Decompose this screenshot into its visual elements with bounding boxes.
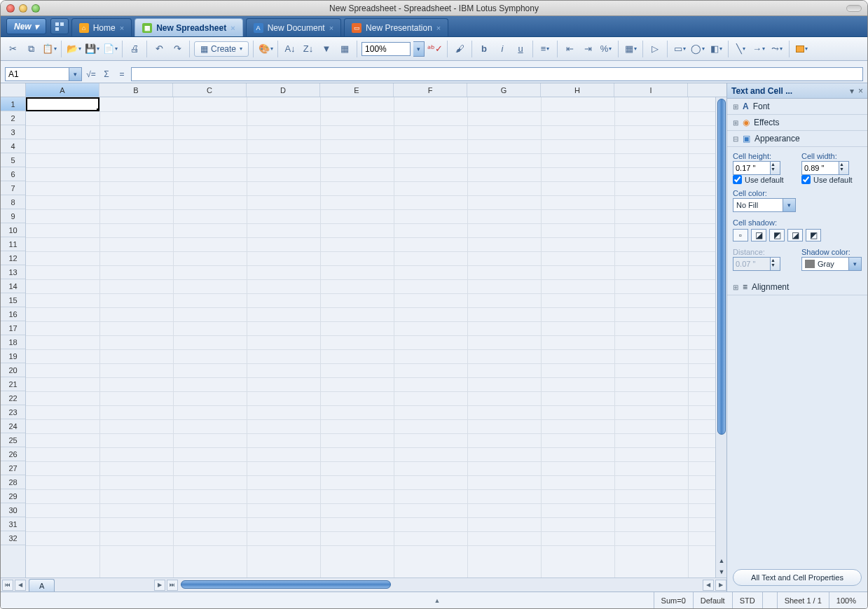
column-header[interactable]: D — [247, 83, 320, 97]
cut-button[interactable]: ✂ — [5, 41, 20, 57]
italic-button[interactable]: i — [495, 41, 510, 57]
export-button[interactable]: 📄▾ — [102, 41, 118, 57]
row-header[interactable]: 2 — [1, 111, 25, 125]
row-header[interactable]: 7 — [1, 181, 25, 195]
status-style[interactable]: Default — [693, 592, 732, 608]
row-header[interactable]: 30 — [1, 503, 25, 517]
sort-desc-button[interactable]: Z↓ — [301, 41, 316, 57]
row-header[interactable]: 28 — [1, 475, 25, 489]
shadow-color-select[interactable]: Gray ▾ — [801, 257, 862, 271]
row-header[interactable]: 21 — [1, 377, 25, 391]
section-font[interactable]: ⊞ A Font — [727, 99, 867, 115]
status-zoom[interactable]: 100% — [829, 592, 863, 608]
indent-left-button[interactable]: ⇤ — [562, 41, 577, 57]
all-properties-button[interactable]: All Text and Cell Properties — [733, 569, 862, 586]
equals-button[interactable]: = — [116, 68, 128, 80]
row-header[interactable]: 13 — [1, 265, 25, 279]
row-header[interactable]: 19 — [1, 349, 25, 363]
open-button[interactable]: 📂▾ — [66, 41, 81, 57]
scroll-right-arrow-icon[interactable]: ▶ — [715, 580, 726, 591]
line-tool-button[interactable]: ╲▾ — [733, 41, 748, 57]
cell-width-input[interactable] — [801, 161, 839, 175]
vertical-scrollbar[interactable]: ▲ ▼ — [715, 97, 726, 578]
horizontal-scrollbar[interactable] — [181, 580, 698, 590]
section-effects[interactable]: ⊞ ◉ Effects — [727, 115, 867, 131]
sum-button[interactable]: Σ — [100, 68, 113, 80]
cell-reference-box[interactable]: A1 ▾ — [5, 67, 82, 81]
row-header[interactable]: 1 — [1, 97, 25, 111]
bold-button[interactable]: b — [476, 41, 492, 57]
percent-button[interactable]: %▾ — [598, 41, 614, 57]
arrow-tool-button[interactable]: →▾ — [751, 41, 766, 57]
row-header[interactable]: 12 — [1, 251, 25, 265]
row-header[interactable]: 27 — [1, 461, 25, 475]
undo-button[interactable]: ↶ — [151, 41, 167, 57]
last-sheet-button[interactable]: ⏭ — [167, 580, 178, 591]
connector-tool-button[interactable]: ⤳▾ — [769, 41, 785, 57]
zoom-dropdown[interactable]: ▾ — [413, 41, 425, 57]
close-icon[interactable]: × — [230, 24, 235, 32]
scrollbar-thumb[interactable] — [717, 99, 726, 435]
row-header[interactable]: 9 — [1, 209, 25, 223]
row-header[interactable]: 11 — [1, 237, 25, 251]
freeze-button[interactable]: ▦ — [337, 41, 352, 57]
scrollbar-thumb[interactable] — [181, 580, 391, 589]
column-header[interactable]: F — [394, 83, 467, 97]
redo-button[interactable]: ↷ — [170, 41, 185, 57]
column-header[interactable]: C — [173, 83, 247, 97]
close-icon[interactable]: × — [120, 24, 124, 32]
borders-button[interactable]: ▦▾ — [623, 41, 638, 57]
toolbar-toggle-pill[interactable] — [846, 5, 862, 12]
rect-tool-button[interactable]: ▭▾ — [672, 41, 687, 57]
underline-button[interactable]: u — [513, 41, 528, 57]
chart-style-button[interactable]: 🎨▾ — [258, 41, 273, 57]
row-header[interactable]: 15 — [1, 293, 25, 307]
create-button[interactable]: ▦ Create ▾ — [194, 41, 249, 57]
cell-height-spinner[interactable]: ▲▼ — [771, 161, 780, 175]
zoom-input[interactable] — [361, 42, 411, 56]
row-header[interactable]: 29 — [1, 489, 25, 503]
cell-color-select[interactable]: No Fill ▾ — [733, 198, 796, 212]
cell-width-spinner[interactable]: ▲▼ — [839, 161, 849, 175]
function-wizard-button[interactable]: √= — [85, 68, 97, 80]
row-header[interactable]: 25 — [1, 433, 25, 447]
section-alignment[interactable]: ⊞ ≡ Alignment — [727, 279, 867, 295]
column-header[interactable]: E — [320, 83, 394, 97]
align-button[interactable]: ≡▾ — [537, 41, 553, 57]
row-header[interactable]: 16 — [1, 307, 25, 321]
column-header[interactable]: A — [26, 83, 99, 97]
status-expand-icon[interactable]: ▲ — [434, 597, 441, 604]
shadow-bl-button[interactable]: ◪ — [787, 229, 803, 241]
row-header[interactable]: 6 — [1, 167, 25, 181]
cell-height-input[interactable] — [733, 161, 771, 175]
column-header[interactable]: I — [614, 83, 688, 97]
scroll-down-arrow-icon[interactable]: ▼ — [716, 566, 726, 578]
formula-input[interactable] — [131, 67, 863, 81]
scroll-up-arrow-icon[interactable]: ▲ — [716, 555, 726, 566]
row-header[interactable]: 10 — [1, 223, 25, 237]
row-header[interactable]: 22 — [1, 391, 25, 405]
filter-button[interactable]: ▼ — [319, 41, 334, 57]
next-sheet-button[interactable]: ▶ — [154, 580, 165, 591]
new-button[interactable]: New ▾ — [6, 18, 46, 34]
shadow-tl-button[interactable]: ◩ — [806, 229, 821, 241]
prev-sheet-button[interactable]: ◀ — [15, 580, 26, 591]
format-paint-button[interactable]: 🖌 — [452, 41, 467, 57]
column-header[interactable]: G — [467, 83, 541, 97]
save-button[interactable]: 💾▾ — [84, 41, 99, 57]
first-sheet-button[interactable]: ⏮ — [2, 580, 13, 591]
row-header[interactable]: 24 — [1, 419, 25, 433]
shadow-tr-button[interactable]: ◩ — [769, 229, 785, 241]
select-all-corner[interactable] — [1, 83, 26, 97]
row-header[interactable]: 20 — [1, 363, 25, 377]
row-header[interactable]: 3 — [1, 125, 25, 139]
status-mode[interactable]: STD — [732, 592, 762, 608]
copy-button[interactable]: ⧉ — [23, 41, 39, 57]
column-header[interactable]: B — [99, 83, 173, 97]
row-header[interactable]: 26 — [1, 447, 25, 461]
3d-tool-button[interactable]: ◧▾ — [708, 41, 724, 57]
tab-home[interactable]: ⌂ Home × — [71, 18, 132, 36]
tab-document[interactable]: A New Document × — [246, 18, 341, 36]
tab-spreadsheet[interactable]: ▦ New Spreadsheet × — [135, 18, 242, 36]
cell-height-default-checkbox[interactable] — [733, 175, 742, 184]
